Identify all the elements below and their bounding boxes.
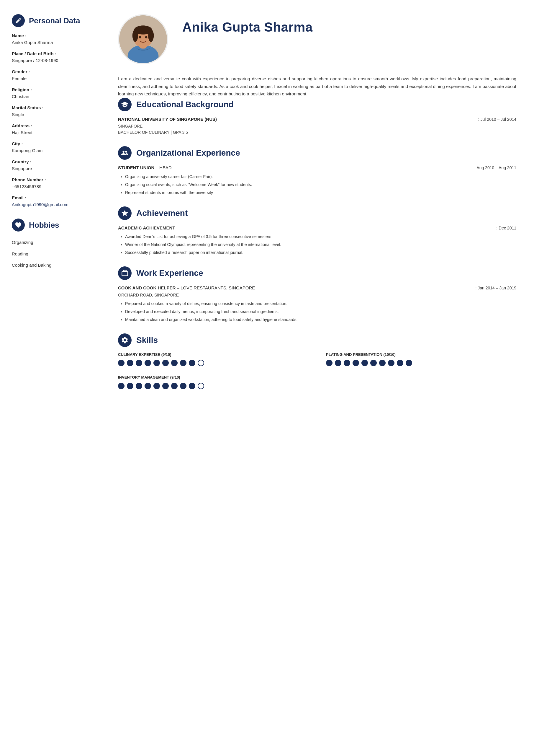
pencil-icon <box>15 17 22 24</box>
org-header: Organizational Experience <box>118 146 516 160</box>
entry-title: NATIONAL UNIVERSITY OF SINGAPORE (NUS) <box>118 116 217 123</box>
hobbies-list: OrganizingReadingCooking and Baking <box>12 237 90 271</box>
personal-field-city: City :Kampong Glam <box>12 141 90 154</box>
dot-filled <box>162 383 169 389</box>
skills-header: Skills <box>118 334 516 347</box>
people-icon <box>121 149 129 157</box>
achievement-title: Achievement <box>136 207 188 219</box>
personal-data-header: Personal Data <box>12 14 90 27</box>
dot-filled <box>180 360 187 366</box>
dot-empty <box>198 360 204 366</box>
graduation-icon <box>121 101 129 108</box>
work-icon <box>118 266 132 280</box>
dot-filled <box>136 383 142 389</box>
settings-icon <box>121 337 129 344</box>
field-value-marital: Single <box>12 111 90 118</box>
work-entries: COOK AND COOK HELPER – LOVE RESTAURANTS,… <box>118 285 516 323</box>
dot-filled <box>406 360 412 366</box>
dot-filled <box>344 360 350 366</box>
work-section: Work Experience COOK AND COOK HELPER – L… <box>118 266 516 323</box>
personal-field-religion: Religion :Christian <box>12 87 90 100</box>
svg-point-7 <box>139 36 141 39</box>
personal-fields: Name :Anika Gupta SharmaPlace / Date of … <box>12 33 90 208</box>
skill-dots <box>326 360 516 366</box>
skills-icon <box>118 334 132 347</box>
field-value-country: Singapore <box>12 165 90 172</box>
entry-date: Aug 2010 – Aug 2011 <box>474 165 516 171</box>
work-title: Work Experience <box>136 267 203 279</box>
hobbies-title: Hobbies <box>29 219 59 231</box>
field-value-gender: Female <box>12 75 90 82</box>
entry-title: ACADEMIC ACHIEVEMENT <box>118 225 175 231</box>
bio-text: I am a dedicated and versatile cook with… <box>118 75 516 98</box>
dot-filled <box>361 360 368 366</box>
entry: NATIONAL UNIVERSITY OF SINGAPORE (NUS) J… <box>118 116 516 136</box>
education-header: Educational Background <box>118 98 516 111</box>
personal-field-phone: Phone Number :+65123456789 <box>12 176 90 190</box>
personal-data-title: Personal Data <box>29 15 80 27</box>
field-label-dob: Place / Date of Birth : <box>12 50 90 57</box>
field-value-email: Anikagupta1990@gmail.com <box>12 202 90 208</box>
work-header: Work Experience <box>118 266 516 280</box>
field-label-name: Name : <box>12 33 90 39</box>
dot-filled <box>144 383 151 389</box>
dot-filled <box>144 360 151 366</box>
hobbies-header: Hobbies <box>12 219 90 231</box>
entry: STUDENT UNION – HEAD Aug 2010 – Aug 2011… <box>118 165 516 196</box>
skills-section: Skills CULINARY EXPERTISE (9/10)PLATING … <box>118 334 516 389</box>
dot-filled <box>326 360 333 366</box>
dot-filled <box>189 360 195 366</box>
personal-field-marital: Marital Status :Single <box>12 104 90 118</box>
dot-filled <box>370 360 377 366</box>
hobby-item: Cooking and Baking <box>12 259 90 271</box>
svg-point-5 <box>133 30 138 42</box>
avatar <box>118 14 168 65</box>
personal-field-country: Country :Singapore <box>12 159 90 172</box>
achievement-icon <box>118 206 132 220</box>
dot-filled <box>136 360 142 366</box>
dot-filled <box>127 383 133 389</box>
bullet-item: Developed and executed daily menus, inco… <box>125 309 516 315</box>
entry-bullets: Organizing a university career fair (Car… <box>118 174 516 196</box>
hobby-item: Reading <box>12 248 90 260</box>
skill-label: PLATING AND PRESENTATION (10/10) <box>326 352 516 358</box>
org-title: Organizational Experience <box>136 147 240 159</box>
field-label-gender: Gender : <box>12 68 90 75</box>
field-label-phone: Phone Number : <box>12 176 90 183</box>
personal-field-dob: Place / Date of Birth :Singapore / 12-08… <box>12 50 90 64</box>
dot-filled <box>153 360 160 366</box>
field-value-address: Haji Street <box>12 129 90 136</box>
bullet-item: Prepared and cooked a variety of dishes,… <box>125 301 516 307</box>
resume-container: Personal Data Name :Anika Gupta SharmaPl… <box>0 0 534 756</box>
entry-location: ORCHARD ROAD, SINGAPORE <box>118 292 516 298</box>
dot-filled <box>180 383 187 389</box>
bullet-item: Represent students in forums with the un… <box>125 190 516 196</box>
dot-filled <box>353 360 359 366</box>
bullet-item: Organizing social events, such as "Welco… <box>125 182 516 188</box>
dot-filled <box>397 360 403 366</box>
field-label-city: City : <box>12 141 90 148</box>
avatar-image <box>119 14 167 65</box>
entry-title: STUDENT UNION – HEAD <box>118 165 172 171</box>
skills-grid: CULINARY EXPERTISE (9/10)PLATING AND PRE… <box>118 352 516 389</box>
briefcase-icon <box>121 269 129 277</box>
svg-point-6 <box>148 30 154 42</box>
achievement-entries: ACADEMIC ACHIEVEMENT Dec 2011Awarded Dea… <box>118 225 516 256</box>
entry: COOK AND COOK HELPER – LOVE RESTAURANTS,… <box>118 285 516 323</box>
education-entries: NATIONAL UNIVERSITY OF SINGAPORE (NUS) J… <box>118 116 516 136</box>
entry-location: SINGAPORE <box>118 123 516 129</box>
bullet-item: Awarded Dean's List for achieving a GPA … <box>125 233 516 240</box>
achievement-section: Achievement ACADEMIC ACHIEVEMENT Dec 201… <box>118 206 516 256</box>
entry-date: Jan 2014 – Jan 2019 <box>475 285 516 291</box>
field-value-phone: +65123456789 <box>12 183 90 190</box>
field-value-dob: Singapore / 12-08-1990 <box>12 57 90 64</box>
dot-empty <box>198 383 204 389</box>
field-value-religion: Christian <box>12 93 90 100</box>
entry-degree: BACHELOR OF CULINARY | GPA 3.5 <box>118 129 516 136</box>
dot-filled <box>189 383 195 389</box>
field-label-country: Country : <box>12 159 90 165</box>
header-name-area: Anika Gupta Sharma <box>182 14 313 34</box>
education-icon <box>118 98 132 111</box>
skills-title: Skills <box>136 334 158 346</box>
org-section: Organizational Experience STUDENT UNION … <box>118 146 516 196</box>
